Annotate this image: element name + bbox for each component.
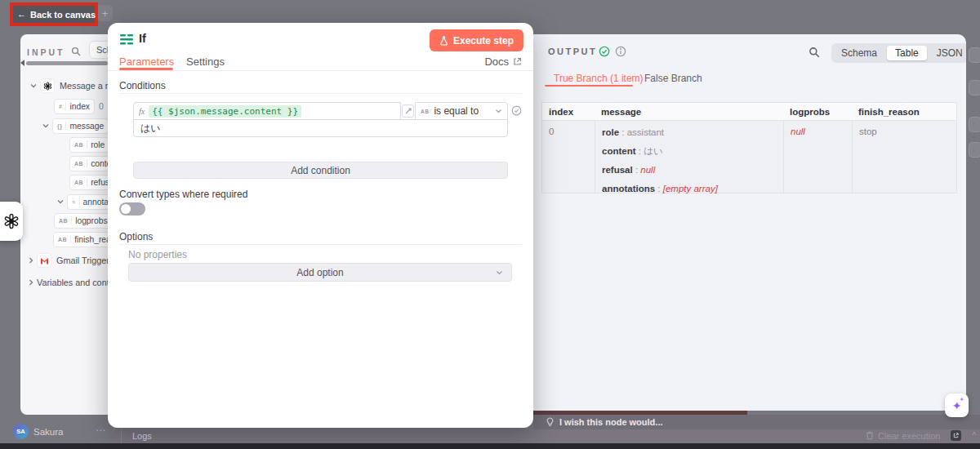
condition-operator-select[interactable]: AB is equal to [415, 102, 508, 120]
kv-value: assistant [627, 127, 664, 137]
back-arrow-icon: ← [17, 10, 26, 19]
tree-row-gmail-trigger[interactable]: Gmail Trigger [29, 253, 109, 268]
logs-label[interactable]: Logs [132, 431, 152, 441]
ai-assistant-button[interactable]: ✦ ✦ [945, 393, 969, 417]
condition-right-input[interactable]: はい [133, 119, 508, 137]
annotation-highlight-box: ← Back to canvas [10, 2, 98, 26]
info-icon[interactable] [615, 46, 626, 57]
view-table-button[interactable]: Table [887, 46, 927, 60]
user-menu-ellipsis[interactable]: ⋯ [96, 425, 106, 436]
horizontal-scrollbar[interactable] [26, 61, 108, 65]
back-to-canvas-button[interactable]: Back to canvas [30, 10, 96, 20]
openai-icon [40, 78, 55, 93]
chevron-down-icon [496, 270, 503, 275]
active-tab-underline [545, 85, 633, 87]
chevron-down-icon[interactable] [30, 83, 37, 88]
string-type-icon: AB [74, 178, 87, 186]
avatar[interactable]: SA [13, 424, 29, 439]
string-type-icon: AB [421, 109, 429, 114]
tree-row-logprobs[interactable]: AB logprobs [54, 213, 112, 228]
schema-field-chip[interactable]: AB logprobs [54, 213, 112, 229]
schema-field-chip[interactable]: AB role [69, 137, 109, 153]
table-header-row: index message logprobs finish_reason [541, 102, 957, 121]
tree-row-role[interactable]: AB role [69, 137, 109, 152]
docs-label: Docs [484, 56, 509, 68]
search-icon[interactable] [71, 47, 81, 56]
clear-execution-button[interactable]: Clear execution [878, 431, 940, 441]
input-node-tab[interactable] [0, 202, 23, 241]
add-option-label: Add option [296, 267, 343, 278]
condition-left-input[interactable]: fx {{ $json.message.content }} [133, 102, 401, 120]
user-name: Sakura [33, 427, 63, 437]
node-feedback-bar[interactable]: I wish this node would... [533, 415, 980, 429]
divider [119, 244, 522, 245]
tree-row-content[interactable]: AB content [69, 156, 112, 171]
output-table: index message logprobs finish_reason 0 r… [541, 102, 957, 193]
tree-row-variables[interactable]: Variables and context [29, 275, 112, 290]
execute-step-button[interactable]: Execute step [430, 29, 523, 51]
kv-value: はい [644, 146, 663, 156]
tree-row-index[interactable]: # index 0 [54, 99, 104, 113]
docs-link[interactable]: Docs [484, 56, 522, 68]
chevron-right-icon[interactable] [29, 279, 33, 286]
canvas-control [969, 80, 980, 96]
schema-field-chip[interactable]: AB refusal [69, 175, 112, 190]
kv-key: annotations [602, 184, 655, 193]
tree-row-message[interactable]: {} message [42, 118, 109, 133]
column-header: index [542, 107, 595, 117]
schema-field-chip[interactable]: AB content [69, 156, 112, 171]
expression-text[interactable]: {{ $json.message.content }} [149, 105, 301, 118]
search-icon[interactable] [808, 47, 820, 58]
divider [108, 70, 533, 71]
new-tab-button[interactable]: + [97, 5, 113, 21]
tab-false-branch[interactable]: False Branch [644, 73, 702, 84]
logs-bar[interactable] [112, 428, 980, 443]
scroll-left-arrow-icon[interactable] [20, 60, 24, 66]
chevron-down-icon[interactable] [42, 123, 49, 128]
chevron-down-icon[interactable] [57, 199, 64, 204]
node-title: If [139, 32, 146, 45]
schema-field-chip[interactable]: {} message [52, 118, 109, 134]
input-panel-title: INPUT [27, 47, 65, 57]
popout-icon[interactable] [951, 430, 961, 441]
tree-row-finish-reason[interactable]: AB finish_reason [53, 232, 112, 247]
view-json-button[interactable]: JSON [929, 46, 966, 60]
openai-icon [3, 213, 20, 229]
view-schema-button[interactable]: Schema [833, 46, 885, 60]
tree-row-annotations[interactable]: ≡ annotations [57, 194, 112, 209]
chevron-right-icon[interactable] [29, 257, 33, 264]
open-expression-editor-icon[interactable] [402, 104, 414, 118]
column-header: finish_reason [852, 107, 956, 117]
divider [121, 428, 122, 443]
tab-true-branch[interactable]: True Branch (1 item) [554, 73, 644, 84]
field-name: logprobs [75, 216, 108, 225]
schema-field-chip[interactable]: # index [54, 99, 95, 114]
sparkle-icon: ✦ [959, 397, 964, 403]
external-link-icon [513, 57, 522, 66]
convert-types-toggle[interactable] [119, 202, 145, 216]
field-name: role [91, 140, 105, 149]
input-panel: INPUT Schema Message a model # index 0 {… [20, 34, 112, 415]
add-condition-button[interactable]: Add condition [133, 162, 508, 179]
object-type-icon: {} [57, 122, 66, 130]
tree-row-refusal[interactable]: AB refusal [69, 175, 112, 189]
tab-parameters[interactable]: Parameters [119, 56, 174, 68]
string-type-icon: AB [58, 235, 71, 243]
condition-options-icon[interactable] [511, 105, 522, 116]
output-panel: OUTPUT Schema Table JSON True Branch (1 … [533, 34, 966, 411]
cell-message: role : assistant content : はい refusal : … [595, 121, 783, 193]
tree-row-message-a-model[interactable]: Message a model [30, 78, 112, 93]
table-row[interactable]: 0 role : assistant content : はい refusal … [541, 121, 957, 193]
schema-field-chip[interactable]: ≡ annotations [67, 194, 112, 210]
trash-icon [866, 431, 874, 440]
conditions-section-label: Conditions [119, 80, 166, 91]
kv-key: role [602, 127, 619, 137]
schema-field-chip[interactable]: AB finish_reason [53, 232, 112, 247]
tab-settings[interactable]: Settings [186, 56, 225, 68]
execution-actions: Clear execution ^ [866, 430, 976, 441]
success-check-icon [599, 46, 610, 57]
no-properties-text: No properties [128, 249, 187, 260]
add-option-button[interactable]: Add option [128, 263, 512, 282]
collapse-chevron[interactable]: ^ [972, 431, 976, 440]
canvas-control [969, 47, 980, 63]
